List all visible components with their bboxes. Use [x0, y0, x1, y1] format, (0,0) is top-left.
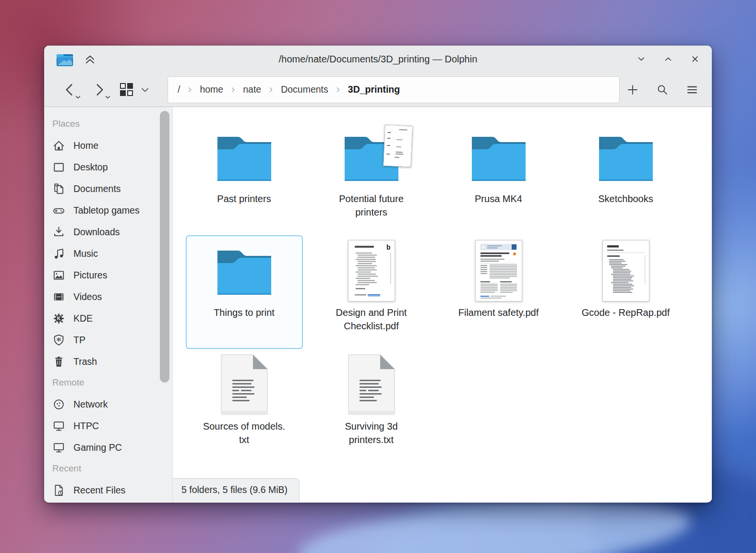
sidebar-item-label: HTPC [73, 421, 99, 432]
sidebar-item-label: Videos [73, 291, 102, 302]
shield-icon [52, 334, 65, 347]
sidebar-item-label: TP [73, 335, 85, 346]
maximize-button[interactable] [663, 54, 673, 64]
close-button[interactable] [690, 54, 700, 64]
sidebar-item-trash[interactable]: Trash [44, 351, 158, 373]
double-chevron-up-icon[interactable] [84, 53, 96, 66]
grid-square [127, 83, 133, 89]
back-history-chevron-icon[interactable] [75, 95, 81, 100]
sidebar-item-tp[interactable]: TP [44, 329, 158, 351]
sidebar-item-downloads[interactable]: Downloads [44, 221, 158, 243]
pictures-icon [52, 269, 65, 282]
window-header: /home/nate/Documents/3D_printing — Dolph… [44, 46, 712, 107]
folder-icon [595, 132, 657, 182]
main-toolbar: / home nate Documents 3D_printing [44, 72, 712, 107]
sidebar-item-gaming-pc[interactable]: Gaming PC [44, 437, 158, 458]
sidebar-item-label: Recent Files [73, 485, 125, 496]
search-icon[interactable] [656, 84, 669, 96]
file-label: Filament safety.pdf [458, 306, 539, 320]
places-panel: Places Home Desktop Documents Tabletop g… [44, 107, 158, 502]
file-item-prusa-mk4[interactable]: Prusa MK4 [440, 121, 557, 235]
desktop-icon [52, 161, 65, 174]
sidebar-item-pictures[interactable]: Pictures [44, 264, 158, 286]
grid-square [120, 90, 126, 96]
titlebar[interactable]: /home/nate/Documents/3D_printing — Dolph… [44, 46, 712, 72]
breadcrumb-nate[interactable]: nate [243, 84, 261, 95]
file-item-gcode-reprap-pdf[interactable]: Gcode - RepRap.pdf [567, 235, 684, 349]
sidebar-item-label: Documents [73, 183, 121, 194]
sidebar-item-label: Downloads [73, 227, 120, 238]
breadcrumb-separator-icon [336, 86, 341, 93]
sidebar-item-htpc[interactable]: HTPC [44, 415, 158, 437]
sidebar-item-tabletop-games[interactable]: Tabletop games [44, 200, 158, 221]
status-bar: 5 folders, 5 files (9.6 MiB) [173, 478, 300, 502]
file-item-past-printers[interactable]: Past printers [186, 121, 303, 235]
sidebar-item-documents[interactable]: Documents [44, 178, 158, 200]
network-icon [52, 398, 65, 411]
file-item-filament-safety-pdf[interactable]: Filament safety.pdf [440, 235, 557, 349]
file-item-surviving-3d-printers-txt[interactable]: Surviving 3d printers.txt [313, 349, 430, 463]
files-grid: Past printers Potential future prin [173, 107, 712, 463]
folder-icon [468, 132, 529, 182]
icon-view-toggle[interactable] [120, 83, 133, 96]
sidebar-item-label: Gaming PC [73, 442, 122, 453]
pdf-preview-icon [475, 240, 522, 301]
file-item-sketchbooks[interactable]: Sketchbooks [567, 121, 684, 235]
breadcrumb-home[interactable]: home [200, 84, 223, 95]
music-note-icon [52, 247, 65, 260]
sidebar-item-label: Pictures [73, 270, 107, 281]
breadcrumb-current[interactable]: 3D_printing [348, 84, 400, 95]
file-item-sources-of-models-txt[interactable]: Sources of models. txt [186, 349, 303, 463]
file-label: Gcode - RepRap.pdf [582, 306, 670, 320]
forward-history-chevron-icon[interactable] [105, 95, 111, 100]
sidebar-item-recent-files[interactable]: Recent Files [44, 480, 158, 501]
sidebar-item-label: Home [73, 140, 98, 151]
text-file-icon [220, 354, 268, 415]
breadcrumb[interactable]: / home nate Documents 3D_printing [168, 76, 620, 103]
back-button[interactable] [61, 82, 78, 98]
dolphin-app-icon [56, 51, 74, 67]
breadcrumb-separator-icon [268, 86, 274, 93]
sidebar-item-home[interactable]: Home [44, 135, 158, 156]
breadcrumb-documents[interactable]: Documents [281, 84, 328, 95]
sidebar-item-music[interactable]: Music [44, 243, 158, 264]
breadcrumb-root[interactable]: / [178, 84, 180, 95]
section-header-remote: Remote [44, 373, 158, 394]
minimize-button[interactable] [636, 54, 647, 64]
file-label: Sources of models. txt [203, 420, 285, 446]
sidebar-item-desktop[interactable]: Desktop [44, 156, 158, 178]
window-title: /home/nate/Documents/3D_printing — Dolph… [279, 54, 478, 65]
videos-icon [52, 290, 65, 303]
sidebar-item-videos[interactable]: Videos [44, 286, 158, 308]
scrollbar-thumb[interactable] [160, 111, 169, 383]
new-item-plus-icon[interactable] [626, 84, 639, 96]
download-icon [52, 226, 65, 239]
grid-square [127, 90, 133, 96]
dolphin-window: /home/nate/Documents/3D_printing — Dolph… [44, 46, 712, 503]
sidebar-item-label: KDE [73, 313, 93, 324]
gamepad-icon [52, 204, 65, 217]
breadcrumb-separator-icon [187, 86, 192, 93]
file-label: Potential future printers [339, 192, 404, 219]
view-mode-chevron-down-icon[interactable] [140, 84, 150, 95]
pdf-preview-icon: b [348, 240, 395, 301]
folder-icon [214, 246, 275, 296]
sidebar-item-label: Desktop [73, 162, 108, 173]
recent-files-icon [52, 484, 65, 497]
file-label: Sketchbooks [598, 192, 653, 206]
places-panel-scrollbar[interactable] [158, 107, 173, 502]
folder-view[interactable]: Past printers Potential future prin [173, 107, 712, 502]
kde-icon [52, 312, 65, 325]
sidebar-item-network[interactable]: Network [44, 394, 158, 415]
file-item-things-to-print[interactable]: Things to print [186, 235, 303, 349]
sidebar-item-label: Network [73, 399, 108, 410]
section-header-recent: Recent [44, 458, 158, 480]
file-item-potential-future-printers[interactable]: Potential future printers [313, 121, 430, 235]
hamburger-menu-icon[interactable] [686, 84, 698, 96]
sidebar-item-kde[interactable]: KDE [44, 308, 158, 329]
svg-text:b: b [386, 243, 391, 251]
forward-button[interactable] [91, 82, 108, 98]
sidebar-item-label: Tabletop games [73, 205, 140, 216]
document-preview-icon [383, 125, 413, 167]
file-item-design-print-checklist-pdf[interactable]: b Design and Print Checklist.pdf [313, 235, 430, 349]
